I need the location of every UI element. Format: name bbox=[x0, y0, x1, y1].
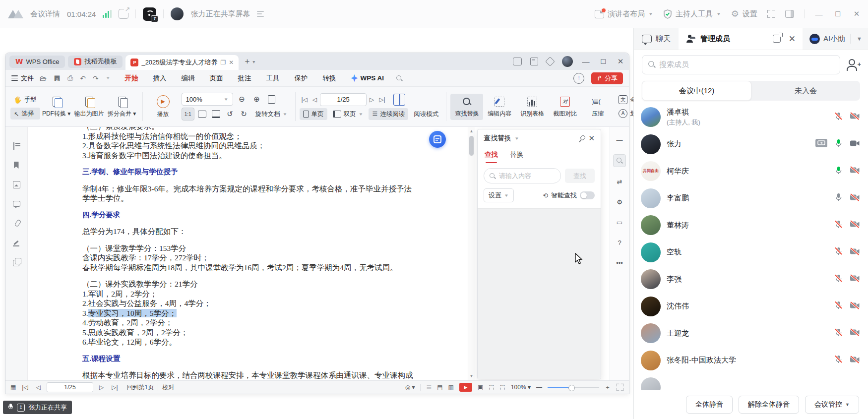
status-zoom-value[interactable]: 100% ▾ bbox=[511, 384, 531, 391]
zoom-percent-select[interactable]: 100%▼ bbox=[182, 93, 233, 106]
find-replace-button[interactable]: 查找替换 bbox=[450, 94, 483, 120]
wps-home-tab[interactable]: W WPS Office bbox=[9, 56, 65, 68]
first-page-button[interactable]: |◁ bbox=[300, 96, 310, 103]
close-panel-icon[interactable]: ✕ bbox=[789, 34, 796, 44]
menu-search-icon[interactable] bbox=[396, 75, 403, 82]
read-mode-button[interactable]: 阅读模式 bbox=[410, 108, 442, 120]
camera-off-icon[interactable] bbox=[850, 274, 860, 284]
mute-all-button[interactable]: 全体静音 bbox=[686, 396, 733, 414]
member-row[interactable]: 潘卓祺(主持人, 我) bbox=[634, 104, 868, 131]
double-layout-icon[interactable]: ▥ bbox=[448, 384, 454, 391]
save-icon[interactable]: 🖪 bbox=[54, 74, 61, 82]
wps-maximize-button[interactable]: ☐ bbox=[599, 58, 608, 65]
menu-item-1[interactable]: 插入 bbox=[146, 70, 174, 86]
redo-icon[interactable]: ↷ bbox=[93, 74, 99, 82]
quickbar-chevron[interactable]: ▼ bbox=[106, 76, 111, 80]
status-layout-icon[interactable]: ▦ bbox=[10, 384, 16, 391]
popout-panel-icon[interactable] bbox=[773, 35, 781, 43]
layers-icon[interactable] bbox=[12, 258, 21, 266]
continuous-read-button[interactable]: ☰连续阅读 bbox=[369, 108, 408, 120]
menu-item-2[interactable]: 编辑 bbox=[174, 70, 202, 86]
mic-muted-icon[interactable] bbox=[834, 274, 843, 285]
network-signal-icon[interactable] bbox=[103, 10, 112, 18]
tab-preview-icon[interactable]: ❐ bbox=[221, 59, 226, 66]
status-zoom-out[interactable]: — bbox=[536, 384, 542, 391]
screenshot-tool-icon[interactable] bbox=[513, 58, 522, 65]
camera-off-icon[interactable] bbox=[850, 301, 860, 311]
undo-icon[interactable]: ↶ bbox=[80, 74, 86, 82]
unmute-all-button[interactable]: 解除全体静音 bbox=[739, 396, 799, 414]
search-tool-icon[interactable] bbox=[613, 154, 626, 167]
edit-content-button[interactable]: 编辑内容 bbox=[483, 94, 516, 120]
maximize-button[interactable]: ☐ bbox=[833, 10, 842, 18]
member-row[interactable]: 空轨 bbox=[634, 239, 868, 266]
tab-ai-assistant[interactable]: AI小助手 bbox=[803, 28, 850, 50]
thumbnail-icon[interactable] bbox=[12, 180, 21, 189]
next-page-button[interactable]: ▷ bbox=[368, 96, 376, 103]
fit-page-icon[interactable] bbox=[266, 93, 278, 105]
print-icon[interactable]: ⎙ bbox=[67, 74, 73, 82]
status-zoom-in[interactable]: ＋ bbox=[605, 383, 611, 392]
wps-minimize-button[interactable]: — bbox=[581, 58, 590, 66]
pin-icon[interactable] bbox=[578, 135, 585, 142]
split-merge-button[interactable]: 拆分合并 ▾ bbox=[106, 94, 138, 120]
collapse-icon[interactable]: — bbox=[614, 134, 625, 146]
bookmark-icon[interactable] bbox=[12, 161, 21, 170]
view-mode-eye-icon[interactable]: ◎ ▾ bbox=[405, 384, 415, 391]
help-icon[interactable]: ? bbox=[614, 237, 625, 248]
page-number-box[interactable]: 1/25 bbox=[320, 93, 367, 106]
camera-icon[interactable] bbox=[850, 139, 860, 149]
tab-manage-members[interactable]: 管理成员 bbox=[679, 28, 773, 50]
window-arrange-icon[interactable] bbox=[530, 58, 538, 65]
settings-tool-icon[interactable]: ⚙ bbox=[614, 196, 625, 208]
vertical-scrollbar[interactable]: ▲ ▼ bbox=[468, 127, 475, 380]
mic-muted-icon[interactable] bbox=[834, 246, 843, 258]
camera-off-icon[interactable] bbox=[850, 356, 860, 365]
camera-off-icon[interactable] bbox=[850, 112, 860, 122]
single-layout-icon[interactable]: ▤ bbox=[437, 384, 442, 391]
side-panel-toggle-icon[interactable] bbox=[785, 10, 794, 18]
menu-item-4[interactable]: 批注 bbox=[231, 70, 259, 86]
status-prev-page[interactable]: ◁ bbox=[34, 384, 43, 391]
scroll-up-arrow[interactable]: ▲ bbox=[468, 128, 475, 134]
mic-muted-icon[interactable] bbox=[834, 220, 843, 231]
zoom-slider-knob[interactable] bbox=[568, 385, 575, 391]
find-panel-close-icon[interactable]: ✕ bbox=[588, 134, 595, 143]
camera-off-icon[interactable] bbox=[850, 328, 860, 338]
screenshot-compare-button[interactable]: 对 截图对比 bbox=[549, 94, 581, 120]
rotate-right-icon[interactable]: ↻ bbox=[238, 108, 250, 120]
layout-switch-button[interactable]: 演讲者布局▼ bbox=[595, 9, 653, 19]
comment-icon[interactable] bbox=[12, 200, 21, 208]
continuous-layout-icon[interactable]: ☰ bbox=[426, 384, 432, 391]
scroll-thumb[interactable] bbox=[469, 136, 474, 156]
nav-map-icon[interactable]: ▭ bbox=[614, 216, 625, 228]
signature-icon[interactable] bbox=[12, 239, 21, 247]
pdf-convert-button[interactable]: PDF转换 ▾ bbox=[40, 94, 73, 120]
zoom-out-icon[interactable]: ⊖ bbox=[236, 93, 248, 105]
member-row[interactable]: 张力 bbox=[634, 131, 868, 158]
camera-off-icon[interactable] bbox=[850, 166, 860, 176]
mic-muted-icon[interactable] bbox=[834, 328, 843, 339]
mic-muted-icon[interactable] bbox=[834, 355, 843, 366]
tab-close-icon[interactable]: ✕ bbox=[229, 59, 234, 66]
last-page-button[interactable]: ▷| bbox=[377, 96, 387, 103]
play-button[interactable]: ▶ 播放 bbox=[147, 93, 180, 120]
open-icon[interactable]: 🗁 bbox=[40, 74, 47, 82]
zoom-slider[interactable] bbox=[548, 387, 599, 388]
status-first-page[interactable]: |◁ bbox=[20, 384, 30, 391]
member-row[interactable]: 王迎龙 bbox=[634, 320, 868, 347]
new-tab-button[interactable]: + bbox=[245, 57, 249, 66]
present-play-button[interactable]: ▶ bbox=[459, 383, 472, 392]
camera-off-icon[interactable] bbox=[850, 247, 860, 257]
find-settings-button[interactable]: 设置▼ bbox=[484, 188, 514, 202]
mic-icon[interactable] bbox=[834, 192, 843, 204]
page-fit-icon[interactable]: ▣ bbox=[478, 384, 483, 391]
meeting-detail-button[interactable]: 会议详情 bbox=[30, 9, 60, 19]
member-row[interactable]: 沈伟伟 bbox=[634, 293, 868, 320]
share-detail-icon[interactable] bbox=[257, 11, 264, 17]
menu-item-7[interactable]: 转换 bbox=[315, 70, 344, 86]
status-next-page[interactable]: ▷ bbox=[97, 384, 106, 391]
member-row[interactable]: 张冬阳-中国政法大学 bbox=[634, 347, 868, 374]
settings-button[interactable]: ⚙ 设置 bbox=[731, 9, 757, 19]
host-tools-button[interactable]: 主持人工具▼ bbox=[663, 9, 721, 19]
